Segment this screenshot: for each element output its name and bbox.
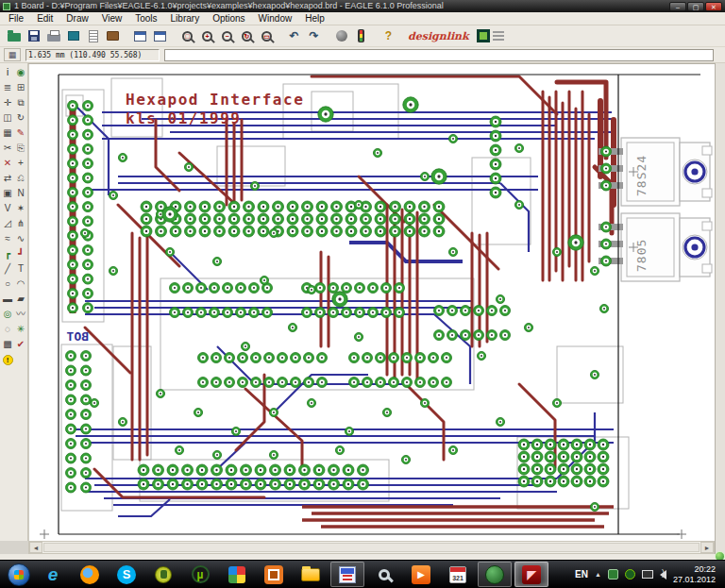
tool-delete-button[interactable]: ✕ [1, 155, 14, 170]
tool-ripup-button[interactable]: ┛ [14, 245, 27, 260]
tool-group-button[interactable]: ▦ [1, 125, 14, 140]
commander-app-taskbar-button[interactable] [330, 562, 364, 587]
scrollbar-thumb[interactable] [43, 543, 700, 552]
zoom-select-button[interactable]: ▭ [257, 26, 277, 45]
tool-text-button[interactable]: T [14, 260, 27, 276]
menu-edit[interactable]: Edit [30, 12, 59, 25]
aimp-player-taskbar-button[interactable] [478, 562, 512, 587]
tool-optimize-button[interactable]: ≈ [1, 230, 14, 245]
tool-rect-button[interactable]: ▬ [1, 291, 14, 306]
tool-show-button[interactable]: ◉ [14, 64, 27, 79]
board-canvas[interactable]: 78S247805Hexapod Interfacekls 01/1999BOT [28, 63, 715, 541]
command-line-input[interactable] [164, 49, 714, 61]
search-app-taskbar-button[interactable] [367, 562, 401, 587]
language-indicator[interactable]: EN [575, 569, 588, 580]
menu-help[interactable]: Help [298, 12, 331, 25]
tool-rotate-button[interactable]: ↻ [14, 109, 27, 125]
menu-library[interactable]: Library [164, 12, 207, 25]
tool-value-button[interactable]: V [1, 200, 14, 215]
tool-polygon-button[interactable]: ▰ [14, 291, 27, 306]
clock[interactable]: 20:22 27.01.2012 [673, 564, 716, 585]
close-button[interactable]: ✕ [705, 2, 722, 11]
skype-taskbar-button[interactable]: S [110, 562, 143, 587]
windows-explorer-taskbar-button[interactable] [294, 562, 328, 587]
go-button[interactable] [351, 26, 371, 45]
cam-processor-button[interactable] [63, 26, 83, 45]
print-button[interactable] [43, 26, 63, 45]
zoom-redraw-button[interactable]: ↻ [237, 26, 257, 45]
utorrent-tray-icon[interactable] [625, 569, 635, 580]
firefox-taskbar-button[interactable] [73, 562, 107, 587]
minimize-button[interactable]: – [669, 2, 686, 11]
tool-cut-button[interactable]: ✂ [1, 140, 14, 155]
tool-ratsnest-button[interactable]: ✳ [14, 321, 27, 336]
tool-display-button[interactable]: ≣ [1, 79, 14, 94]
firefox-icon [80, 565, 99, 584]
tool-meander-button[interactable]: ∿ [14, 230, 27, 245]
tool-paste-button[interactable]: ⎘ [14, 140, 27, 155]
orange-app-taskbar-button[interactable] [257, 562, 291, 587]
tool-mark-button[interactable]: ⊞ [14, 79, 27, 94]
menu-draw[interactable]: Draw [59, 12, 94, 25]
horizontal-scrollbar[interactable]: ◄ ► [28, 541, 715, 554]
zoom-in-button[interactable]: + [197, 26, 217, 45]
script-button[interactable] [83, 26, 103, 45]
menu-options[interactable]: Options [206, 12, 251, 25]
grid-button[interactable]: ▦ [4, 48, 21, 61]
tool-lock-button[interactable]: ▣ [1, 185, 14, 200]
tool-split-button[interactable]: ⋔ [14, 215, 27, 230]
tool-wire-button[interactable]: ╱ [1, 260, 14, 276]
tool-autorouter-button[interactable]: ▩ [1, 336, 14, 351]
menu-view[interactable]: View [95, 12, 129, 25]
maximize-button[interactable]: ▢ [687, 2, 704, 11]
undo-button[interactable]: ↶ [284, 26, 304, 45]
qip-messenger-taskbar-button[interactable] [146, 562, 180, 587]
tool-drc-button[interactable]: ✔ [14, 336, 27, 351]
tool-miter-button[interactable]: ◿ [1, 215, 14, 230]
scroll-left-arrow[interactable]: ◄ [29, 542, 42, 553]
tool-mirror-button[interactable]: ◫ [1, 109, 14, 125]
scroll-right-arrow[interactable]: ► [700, 542, 714, 553]
calendar-app-taskbar-button[interactable]: 321 [441, 562, 475, 587]
tool-hole-button[interactable]: ◌ [1, 321, 14, 336]
eagle-taskbar-button[interactable]: ◤ [514, 562, 548, 587]
window-board-button[interactable] [150, 26, 170, 45]
save-button[interactable] [24, 26, 43, 45]
window-schematic-button[interactable] [130, 26, 150, 45]
redo-button[interactable]: ↷ [304, 26, 324, 45]
media-app-taskbar-button[interactable] [220, 562, 254, 587]
tray-expand-icon[interactable]: ▲ [595, 571, 601, 578]
tool-route-button[interactable]: ┏ [1, 245, 14, 260]
media-player-taskbar-button[interactable]: ▶ [404, 562, 438, 587]
stop-button[interactable] [331, 26, 351, 45]
volume-icon[interactable] [660, 570, 666, 580]
help-button[interactable]: ? [379, 26, 398, 45]
tool-change-button[interactable]: ✎ [14, 125, 27, 140]
tool-errors-button[interactable]: ! [1, 351, 14, 366]
open-button[interactable] [4, 26, 24, 45]
zoom-fit-button[interactable]: □ [177, 26, 197, 45]
tool-move-button[interactable]: ✛ [1, 94, 14, 109]
menu-tools[interactable]: Tools [128, 12, 163, 25]
tool-add-button[interactable]: + [14, 155, 27, 170]
vertical-scrollbar[interactable] [715, 63, 725, 554]
menu-file[interactable]: File [2, 12, 30, 25]
library-button[interactable] [103, 26, 123, 45]
tool-circle-button[interactable]: ○ [1, 276, 14, 291]
zoom-out-button[interactable]: − [217, 26, 237, 45]
tool-name-button[interactable]: N [14, 185, 27, 200]
tool-arc-button[interactable]: ◠ [14, 276, 27, 291]
tool-signal-button[interactable]: 〰 [14, 306, 27, 321]
tool-copy-button[interactable]: ⧉ [14, 94, 27, 109]
tool-info-button[interactable]: i [1, 64, 14, 79]
display-tray-icon[interactable] [642, 570, 653, 579]
start-button[interactable] [8, 563, 30, 586]
tool-smash-button[interactable]: ✶ [14, 200, 27, 215]
aimp-tray-icon[interactable] [608, 569, 618, 580]
tool-via-button[interactable]: ◎ [1, 306, 14, 321]
tool-pinswap-button[interactable]: ⇄ [1, 170, 14, 185]
tool-replace-button[interactable]: ⎌ [14, 170, 27, 185]
menu-window[interactable]: Window [252, 12, 299, 25]
internet-explorer-taskbar-button[interactable]: e [36, 562, 70, 587]
utorrent-taskbar-button[interactable]: µ [183, 562, 217, 587]
